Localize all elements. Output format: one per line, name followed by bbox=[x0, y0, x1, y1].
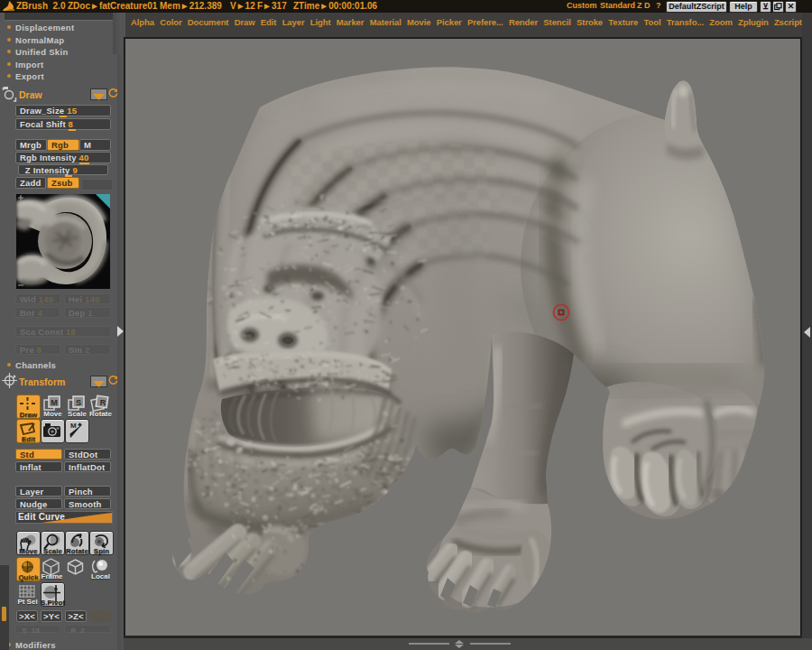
svg-text:M: M bbox=[51, 398, 58, 407]
svg-text:S: S bbox=[76, 398, 81, 407]
svg-text:M: M bbox=[70, 422, 77, 430]
svg-text:R: R bbox=[100, 398, 106, 407]
